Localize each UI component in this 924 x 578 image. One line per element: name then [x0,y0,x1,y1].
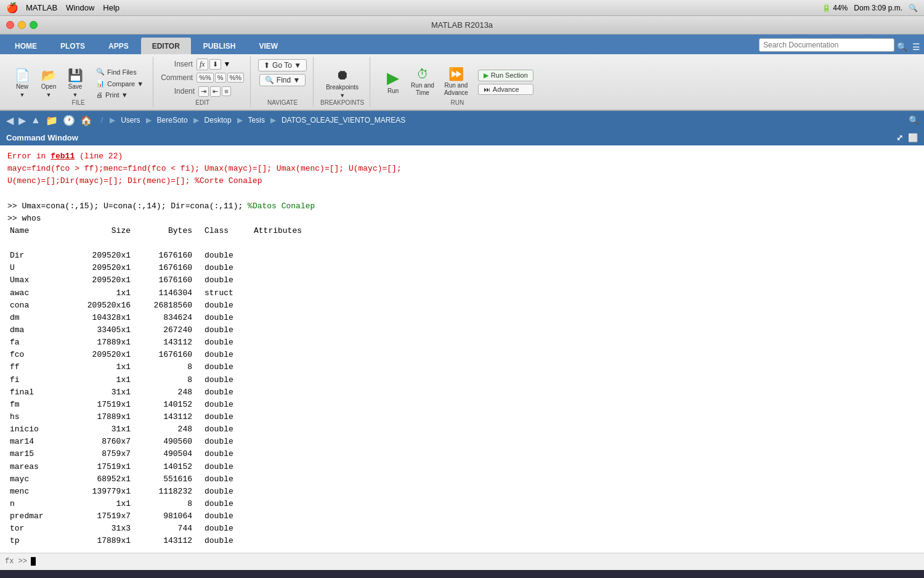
command-window-content[interactable]: Error in feb11 (line 22) mayc=find(fco >… [0,145,924,553]
layout-icon[interactable]: ☰ [912,42,920,52]
home-button[interactable]: 🏠 [79,115,94,126]
run-section-button[interactable]: ▶ Run Section [478,70,533,81]
find-files-icon: 🔍 [96,68,105,76]
cmd-line-2: >> whos [7,213,917,225]
insert-label: Insert [174,60,193,68]
ribbon-toolbar: 📄 New ▼ 📂 Open ▼ 💾 Save ▼ 🔍 Find Files [0,54,924,111]
error-code-1: mayc=find(fco > ff);menc=find(fco < fi);… [7,164,402,173]
breakpoints-group-label: BREAKPOINTS [315,99,370,106]
recent-button[interactable]: 🕐 [62,115,76,126]
apple-menu[interactable]: 🍎 [6,2,18,14]
error-code-2: U(menc)=[];Dir(mayc)=[]; Dir(menc)=[]; %… [7,176,262,185]
breadcrumb-users[interactable]: Users [121,116,140,124]
whos-header-row: Name Size Bytes Class Attributes [7,225,917,237]
run-section-icon: ▶ [484,71,488,79]
table-row: mar158759x7490504double [7,448,917,460]
maximize-cw-button[interactable]: ⬜ [908,133,918,142]
tab-editor[interactable]: EDITOR [141,38,191,54]
table-row: tp17889x1143112double [7,535,917,547]
goto-button[interactable]: ⬆ Go To ▼ [258,59,307,71]
indent-btn3[interactable]: ≡ [222,86,230,96]
run-button[interactable]: ▶ Run [381,67,405,97]
edit-group: Insert fx ⬇ ▼ Comment %% % %% Indent ⇥ ⇤… [155,57,251,107]
run-and-advance-button[interactable]: ⏩ Run andAdvance [440,65,472,99]
table-row: dma33405x1267240double [7,324,917,336]
print-button[interactable]: 🖨 Print ▼ [93,90,147,100]
command-window-header: Command Window ⤢ ⬜ [0,129,924,145]
undock-button[interactable]: ⤢ [896,133,903,142]
file-group: 📄 New ▼ 📂 Open ▼ 💾 Save ▼ 🔍 Find Files [4,57,153,107]
maximize-button[interactable] [30,21,38,29]
comment-pct-button[interactable]: %% [197,73,214,83]
breadcrumb-desktop[interactable]: Desktop [205,116,232,124]
indent-btn2[interactable]: ⇤ [210,86,221,97]
menu-window[interactable]: Window [66,3,94,12]
insert-arrow: ▼ [224,60,231,68]
table-row: fa17889x1143112double [7,336,917,349]
tab-view[interactable]: VIEW [248,38,290,54]
close-button[interactable] [6,21,14,29]
save-button[interactable]: 💾 Save ▼ [63,67,87,100]
comment-label: Comment [161,73,193,82]
nav-search-icon[interactable]: 🔍 [909,115,919,125]
navigate-group-label: NAVIGATE [252,99,313,106]
minimize-button[interactable] [18,21,26,29]
table-row: mar148760x7490560double [7,436,917,448]
table-row: U209520x11676160double [7,262,917,274]
table-row: mareas17519x1140152double [7,461,917,473]
table-row: Umax209520x11676160double [7,274,917,287]
spotlight-icon[interactable]: 🔍 [909,4,918,12]
error-block: Error in feb11 (line 22) mayc=find(fco >… [7,150,917,187]
comment-btn3[interactable]: %% [227,73,245,83]
battery-icon: 🔋 44% [822,4,848,12]
command-window: Command Window ⤢ ⬜ Error in feb11 (line … [0,129,924,570]
back-button[interactable]: ◀ [5,115,15,126]
input-cursor [31,557,36,566]
input-bar[interactable]: fx >> [0,553,924,570]
breadcrumb-datos[interactable]: DATOS_OLEAJE_VIENTO_MAREAS [282,116,405,124]
title-bar: MATLAB R2013a [0,16,924,35]
indent-btn1[interactable]: ⇥ [198,86,209,97]
ribbon-tab-bar: HOME PLOTS APPS EDITOR PUBLISH VIEW 🔍 ☰ [0,35,924,54]
table-row: final31x1248double [7,386,917,399]
open-icon: 📂 [41,69,57,81]
up-button[interactable]: ▲ [30,115,42,126]
menu-matlab[interactable]: MATLAB [26,3,57,12]
cmd-line-1: >> Umax=cona(:,15); U=cona(:,14); Dir=co… [7,200,917,213]
comment-btn2[interactable]: % [215,73,226,83]
forward-button[interactable]: ▶ [17,115,27,126]
compare-button[interactable]: 📊 Compare ▼ [93,78,147,89]
menu-help[interactable]: Help [103,3,120,12]
menu-bar: 🍎 MATLAB Window Help 🔋 44% Dom 3:09 p.m.… [0,0,924,16]
tab-home[interactable]: HOME [4,38,48,54]
table-row: fco209520x11676160double [7,349,917,361]
search-documentation-input[interactable] [759,38,894,52]
breadcrumb-tesis[interactable]: Tesis [248,116,265,124]
search-icon[interactable]: 🔍 [897,42,907,52]
fx-button[interactable]: fx [197,59,208,70]
edit-group-label: EDIT [155,99,250,106]
table-row: Dir209520x11676160double [7,250,917,262]
error-link[interactable]: feb11 [51,152,75,161]
tab-apps[interactable]: APPS [97,38,140,54]
table-row: predmar17519x7981064double [7,510,917,523]
tab-plots[interactable]: PLOTS [49,38,96,54]
table-row: hs17889x1143112double [7,411,917,423]
breakpoints-button[interactable]: ⏺ Breakpoints ▼ [322,66,362,101]
advance-icon: ⏭ [484,86,490,93]
find-files-button[interactable]: 🔍 Find Files [93,67,147,77]
indent-label: Indent [174,87,195,96]
run-and-time-button[interactable]: ⏱ Run andTime [407,65,438,99]
breakpoints-group: ⏺ Breakpoints ▼ BREAKPOINTS [315,57,370,107]
new-button[interactable]: 📄 New ▼ [10,67,34,100]
window-title: MATLAB R2013a [431,20,493,30]
advance-button[interactable]: ⏭ Advance [478,84,533,95]
table-row: awac1x11146304struct [7,287,917,299]
insert-more-button[interactable]: ⬇ [209,59,221,70]
run-group-label: RUN [371,99,543,106]
table-row: fi1x18double [7,374,917,386]
tab-publish[interactable]: PUBLISH [192,38,247,54]
find-button[interactable]: 🔍 Find ▼ [259,74,306,86]
breadcrumb-beresoto[interactable]: BereSoto [157,116,188,124]
open-button[interactable]: 📂 Open ▼ [36,67,61,100]
